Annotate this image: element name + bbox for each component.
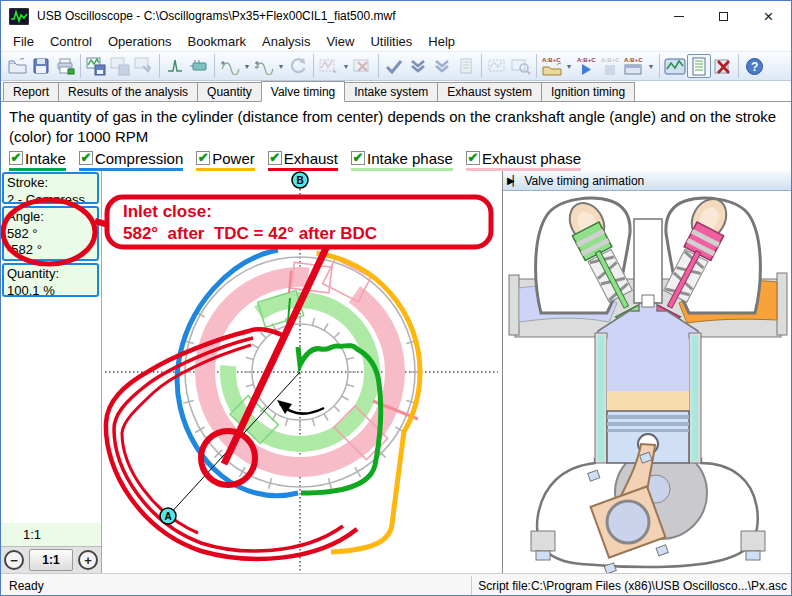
modify-signal-icon[interactable] [252, 54, 276, 78]
tab-quantity[interactable]: Quantity [197, 82, 262, 101]
intake-flange [509, 275, 519, 335]
waveform-icon[interactable] [163, 54, 187, 78]
scale-label: 1:1 [1, 523, 101, 546]
charts-view-icon[interactable] [663, 54, 687, 78]
checkmark-icon: ✔ [351, 151, 365, 165]
engine-cross-section [503, 191, 792, 573]
script-document-icon[interactable] [454, 54, 478, 78]
print-icon[interactable] [53, 54, 77, 78]
app-icon [9, 8, 29, 25]
menu-analysis[interactable]: Analysis [254, 33, 318, 50]
tab-report[interactable]: Report [3, 82, 59, 101]
abc-open-dropdown-icon[interactable]: ▼ [564, 63, 574, 70]
edit-region-dropdown-icon[interactable]: ▼ [341, 63, 351, 70]
quantity-readout: Quantity: 100.1 % [2, 263, 99, 297]
copy-image-icon[interactable] [108, 54, 132, 78]
tab-intake-system[interactable]: Intake system [344, 82, 438, 101]
checkmark-icon: ✔ [268, 151, 282, 165]
charge-layer [607, 391, 689, 411]
help-icon[interactable]: ? [742, 54, 766, 78]
annotation-box [107, 197, 491, 247]
checkmark-icon: ✔ [79, 151, 93, 165]
window-title: USB Oscilloscope - C:\Oscillograms\Px35+… [37, 9, 656, 23]
abc-open-icon[interactable]: A:B+C [540, 54, 564, 78]
undo-icon[interactable] [286, 54, 310, 78]
apply-down-icon[interactable] [406, 54, 430, 78]
zoom-in-button[interactable]: + [78, 550, 98, 570]
minimize-button[interactable] [656, 2, 701, 31]
angle-readout: Angle: 582 ° -582 ° [2, 206, 99, 261]
tab-exhaust-system[interactable]: Exhaust system [437, 82, 542, 101]
checkbox-exhaust[interactable]: ✔Exhaust [268, 150, 338, 171]
close-button[interactable]: × [746, 2, 791, 31]
animation-header[interactable]: ▶▏ Valve timing animation [503, 171, 792, 191]
marker-a[interactable]: A [160, 508, 176, 524]
coolant-jacket-left [598, 336, 604, 461]
zoom-reset-button[interactable]: 1:1 [29, 549, 73, 571]
menu-bookmark[interactable]: Bookmark [179, 33, 254, 50]
checkbox-compression[interactable]: ✔Compression [79, 150, 183, 171]
stroke-legend: ✔Intake ✔Compression ✔Power ✔Exhaust ✔In… [1, 149, 791, 171]
save-image-icon[interactable] [84, 54, 108, 78]
edit-region-icon[interactable] [317, 54, 341, 78]
open-icon[interactable] [5, 54, 29, 78]
select-region-icon[interactable] [485, 54, 509, 78]
apply-icon[interactable] [382, 54, 406, 78]
description-text: The quantity of gas in the cylinder (dis… [1, 102, 791, 149]
close-view-icon[interactable] [711, 54, 735, 78]
menu-utilities[interactable]: Utilities [362, 33, 420, 50]
exhaust-curve-loop-2 [114, 338, 343, 551]
delete-region-icon[interactable] [351, 54, 375, 78]
insert-signal-dropdown-icon[interactable]: ▼ [242, 63, 252, 70]
zoom-region-icon[interactable] [509, 54, 533, 78]
abc-panel-dropdown-icon[interactable]: ▼ [646, 63, 656, 70]
toolbar-separator [313, 54, 314, 78]
modify-signal-dropdown-icon[interactable]: ▼ [276, 63, 286, 70]
tab-valve-timing[interactable]: Valve timing [261, 81, 345, 102]
menu-file[interactable]: File [5, 33, 42, 50]
coolant-jacket-right [692, 336, 698, 461]
intake-curve [177, 250, 298, 496]
marker-b[interactable]: B [292, 172, 308, 188]
abc-run-icon[interactable]: A:B+C [574, 54, 598, 78]
menu-view[interactable]: View [318, 33, 362, 50]
zoom-out-button[interactable]: − [4, 550, 24, 570]
export-image-icon[interactable] [132, 54, 156, 78]
checkbox-exhaust-phase[interactable]: ✔Exhaust phase [466, 150, 581, 171]
menu-control[interactable]: Control [42, 33, 100, 50]
description-line-1: The quantity of gas in the cylinder (dis… [9, 107, 785, 127]
report-view-icon[interactable] [687, 54, 711, 78]
checkmark-icon: ✔ [9, 151, 23, 165]
tab-ignition-timing[interactable]: Ignition timing [541, 82, 635, 101]
piston-ring-2 [607, 422, 689, 426]
inlet-close-highlight-circle [201, 431, 255, 485]
phase-marker-outlines [230, 259, 388, 460]
play-step-icon: ▶▏ [507, 175, 518, 186]
save-icon[interactable] [29, 54, 53, 78]
measure-tool-icon[interactable] [187, 54, 211, 78]
right-mount [741, 531, 765, 551]
toolbar-separator [536, 54, 537, 78]
maximize-icon [719, 12, 728, 21]
stroke-label: Stroke: [7, 175, 94, 192]
svg-text:A: A [164, 511, 171, 522]
insert-signal-icon[interactable] [218, 54, 242, 78]
checkbox-intake-phase[interactable]: ✔Intake phase [351, 150, 453, 171]
toolbar-separator [159, 54, 160, 78]
menu-help[interactable]: Help [420, 33, 463, 50]
checkbox-power[interactable]: ✔Power [196, 150, 255, 171]
rotation-arrow [280, 404, 324, 414]
tab-results-of-the-analysis[interactable]: Results of the analysis [58, 82, 198, 101]
checkbox-intake[interactable]: ✔Intake [9, 150, 66, 171]
main-content: Stroke: 2 - Compress Angle: 582 ° -582 °… [1, 171, 792, 573]
abc-panel-icon[interactable]: A:B+C [622, 54, 646, 78]
abc-stop-icon[interactable]: A:B+C [598, 54, 622, 78]
power-curve [298, 346, 381, 493]
apply-all-icon[interactable] [430, 54, 454, 78]
right-mount-bolt [746, 551, 760, 560]
exhaust-close-tick [289, 271, 291, 293]
menu-operations[interactable]: Operations [100, 33, 180, 50]
toolbar-separator [214, 54, 215, 78]
maximize-button[interactable] [701, 2, 746, 31]
svg-text:B: B [296, 175, 303, 186]
